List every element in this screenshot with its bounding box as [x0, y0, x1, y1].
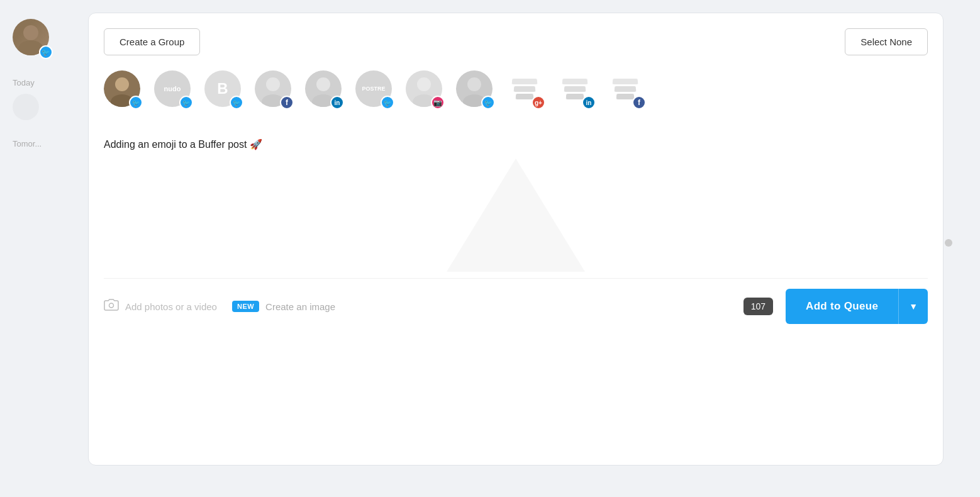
- add-to-queue-container: Add to Queue ▼: [786, 289, 928, 324]
- instagram-icon: 📷: [433, 99, 442, 107]
- stack-facebook-badge: f: [632, 96, 646, 109]
- today-label: Today: [13, 78, 75, 87]
- googleplus-icon: g+: [535, 99, 542, 106]
- svg-point-15: [467, 77, 481, 91]
- twitter-icon: 🐦: [132, 99, 140, 106]
- svg-point-12: [417, 77, 431, 91]
- queue-dropdown-button[interactable]: ▼: [898, 289, 928, 324]
- select-none-button[interactable]: Select None: [845, 28, 928, 55]
- account-1-twitter-badge: 🐦: [129, 96, 143, 109]
- account-stack-googleplus[interactable]: g+: [506, 70, 547, 111]
- account-b-twitter[interactable]: B 🐦: [204, 70, 245, 111]
- account-5-linkedin[interactable]: in: [305, 70, 345, 111]
- account-nudo-twitter[interactable]: nudo 🐦: [154, 70, 194, 111]
- linkedin-icon-2: in: [586, 99, 592, 106]
- nudo-text: nudo: [164, 85, 181, 92]
- account-7-instagram[interactable]: 📷: [406, 70, 446, 111]
- panel-header: Create a Group Select None: [104, 28, 928, 55]
- buffer-stack-icon-2: [562, 79, 587, 99]
- sidebar: 🐦 Today Tomor...: [0, 13, 88, 155]
- upload-placeholder: [104, 165, 928, 265]
- account-8-twitter-badge: 🐦: [481, 96, 495, 109]
- tomorrow-label: Tomor...: [13, 139, 75, 148]
- post-text: Adding an emoji to a Buffer post 🚀: [104, 137, 928, 152]
- scroll-indicator: [945, 239, 952, 247]
- account-8-twitter[interactable]: 🐦: [456, 70, 496, 111]
- user-avatar-container[interactable]: 🐦: [13, 19, 53, 59]
- camera-svg: [104, 298, 119, 311]
- accounts-row: 🐦 nudo 🐦 B 🐦: [104, 70, 928, 113]
- post-content-area: Adding an emoji to a Buffer post 🚀: [104, 131, 928, 272]
- facebook-icon: f: [286, 98, 288, 107]
- new-badge: NEW: [232, 301, 259, 312]
- camera-icon: [104, 298, 119, 315]
- postre-twitter-badge: 🐦: [381, 96, 394, 109]
- panel-footer: Add photos or a video NEW Create an imag…: [104, 278, 928, 324]
- facebook-icon-2: f: [638, 98, 640, 107]
- googleplus-badge: g+: [532, 96, 545, 109]
- upload-triangle-icon: [447, 159, 585, 272]
- account-7-instagram-badge: 📷: [431, 96, 445, 109]
- add-media-label: Add photos or a video: [125, 301, 217, 312]
- svg-point-6: [266, 77, 280, 91]
- twitter-icon: 🐦: [42, 48, 50, 57]
- main-panel: Create a Group Select None 🐦 nudo: [88, 13, 944, 466]
- nudo-twitter-badge: 🐦: [179, 96, 193, 109]
- account-stack-facebook[interactable]: f: [607, 70, 647, 111]
- footer-left: Add photos or a video NEW Create an imag…: [104, 298, 335, 315]
- svg-point-0: [23, 25, 38, 40]
- account-4-facebook-badge: f: [280, 96, 294, 109]
- create-image-label: Create an image: [265, 301, 335, 312]
- twitter-icon: 🐦: [233, 99, 240, 106]
- create-image-area[interactable]: NEW Create an image: [232, 301, 335, 312]
- twitter-icon: 🐦: [384, 99, 391, 106]
- b-twitter-badge: 🐦: [230, 96, 243, 109]
- account-5-linkedin-badge: in: [330, 96, 344, 109]
- linkedin-icon: in: [335, 99, 340, 106]
- stack-linkedin-badge: in: [582, 96, 596, 109]
- svg-point-17: [109, 303, 114, 308]
- account-stack-linkedin[interactable]: in: [557, 70, 597, 111]
- postre-text: POSTRE: [362, 86, 385, 92]
- buffer-stack-icon: [512, 79, 537, 99]
- twitter-icon: 🐦: [182, 99, 190, 106]
- svg-point-3: [115, 77, 129, 91]
- today-dot: [13, 94, 39, 120]
- add-media-button[interactable]: Add photos or a video: [104, 298, 217, 315]
- account-4-facebook[interactable]: f: [255, 70, 295, 111]
- chevron-down-icon: ▼: [909, 301, 918, 311]
- buffer-stack-icon-3: [613, 79, 638, 99]
- twitter-badge: 🐦: [39, 45, 53, 59]
- add-to-queue-button[interactable]: Add to Queue: [786, 289, 898, 324]
- create-group-button[interactable]: Create a Group: [104, 28, 200, 55]
- account-1-twitter[interactable]: 🐦: [104, 70, 144, 111]
- footer-right: 107 Add to Queue ▼: [743, 289, 928, 324]
- character-count: 107: [743, 298, 773, 315]
- account-postre-twitter[interactable]: POSTRE 🐦: [355, 70, 396, 111]
- twitter-icon: 🐦: [484, 99, 492, 106]
- b-letter: B: [217, 80, 228, 98]
- svg-point-9: [316, 77, 330, 91]
